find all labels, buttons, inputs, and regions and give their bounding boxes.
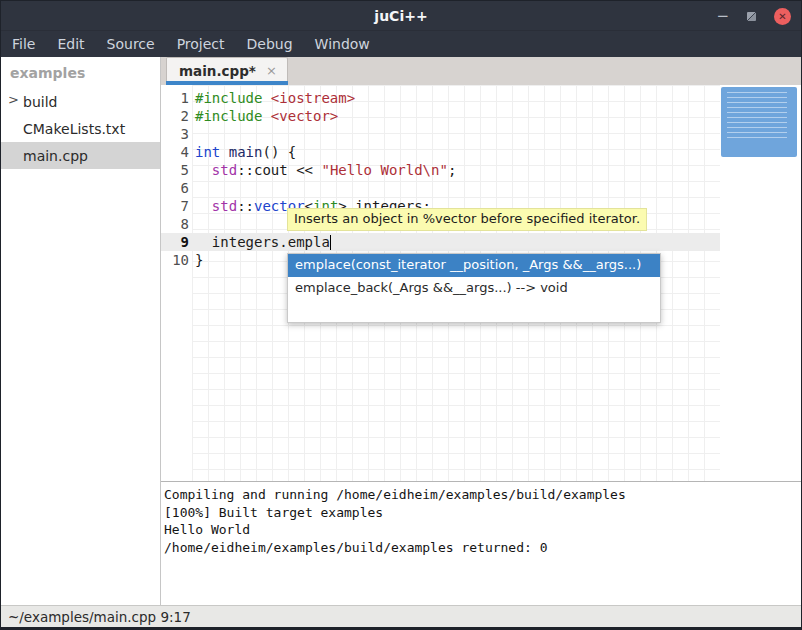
scrollbar-minimap[interactable] [721, 87, 797, 157]
editor-pane: main.cpp* × 12345678910 #include <iostre… [161, 57, 801, 605]
line-number: 8 [161, 215, 189, 233]
tab-label: main.cpp* [179, 63, 256, 79]
project-name-label: examples [1, 57, 160, 88]
tab-main-cpp[interactable]: main.cpp* × [166, 57, 288, 85]
file-tree: >buildCMakeLists.txtmain.cpp [1, 88, 160, 169]
tree-item-build[interactable]: >build [1, 88, 160, 115]
restore-button-icon[interactable] [747, 12, 756, 21]
tree-item-cmakelists-txt[interactable]: CMakeLists.txt [1, 115, 160, 142]
window-controls: − ✕ [716, 1, 791, 31]
line-number-gutter: 12345678910 [161, 89, 189, 269]
line-number: 9 [161, 233, 189, 251]
tree-item-main-cpp[interactable]: main.cpp [1, 142, 160, 169]
tab-bar: main.cpp* × [161, 57, 801, 85]
menu-item-file[interactable]: File [1, 31, 46, 57]
text-cursor [330, 235, 331, 250]
code-text[interactable]: #include <iostream>#include <vector>int … [192, 89, 456, 269]
code-line: #include <iostream> [192, 89, 456, 107]
tree-item-label: CMakeLists.txt [1, 121, 125, 137]
terminal-line: Compiling and running /home/eidheim/exam… [164, 486, 801, 504]
menu-item-project[interactable]: Project [166, 31, 236, 57]
line-number: 6 [161, 179, 189, 197]
app-window: juCi++ − ✕ FileEditSourceProjectDebugWin… [0, 0, 802, 630]
window-title: juCi++ [374, 8, 427, 24]
code-line [192, 125, 456, 143]
tree-item-label: main.cpp [1, 148, 88, 164]
line-number: 2 [161, 107, 189, 125]
line-number: 4 [161, 143, 189, 161]
code-editor[interactable]: 12345678910 #include <iostream>#include … [161, 85, 801, 481]
menubar: FileEditSourceProjectDebugWindow [1, 31, 801, 57]
line-number: 5 [161, 161, 189, 179]
completion-popup: emplace(const_iterator __position, _Args… [287, 253, 661, 323]
code-line: integers.empla [192, 233, 456, 251]
menu-item-edit[interactable]: Edit [46, 31, 95, 57]
tab-close-icon[interactable]: × [266, 64, 277, 77]
terminal-line: Hello World [164, 521, 801, 539]
main-content: examples >buildCMakeLists.txtmain.cpp ma… [1, 57, 801, 605]
status-bar: ~/examples/main.cpp 9:17 [1, 605, 801, 627]
code-line: #include <vector> [192, 107, 456, 125]
file-tree-sidebar: examples >buildCMakeLists.txtmain.cpp [1, 57, 161, 605]
completion-item[interactable]: emplace(const_iterator __position, _Args… [288, 254, 660, 277]
line-number: 1 [161, 89, 189, 107]
line-number: 3 [161, 125, 189, 143]
terminal-line: /home/eidheim/examples/build/examples re… [164, 539, 801, 557]
terminal-line: [100%] Built target examples [164, 504, 801, 522]
build-output-terminal[interactable]: Compiling and running /home/eidheim/exam… [161, 481, 801, 605]
menu-item-debug[interactable]: Debug [236, 31, 304, 57]
close-button-icon[interactable]: ✕ [774, 8, 791, 25]
code-line [192, 179, 456, 197]
titlebar[interactable]: juCi++ − ✕ [1, 1, 801, 31]
menu-item-source[interactable]: Source [96, 31, 166, 57]
minimize-button-icon[interactable]: − [716, 11, 729, 21]
code-line: int main() { [192, 143, 456, 161]
completion-item[interactable]: emplace_back(_Args &&__args...) --> void [288, 277, 660, 300]
menu-item-window[interactable]: Window [304, 31, 381, 57]
chevron-right-icon[interactable]: > [8, 92, 19, 107]
doc-tooltip: Inserts an object in %vector before spec… [287, 208, 647, 231]
line-number: 7 [161, 197, 189, 215]
code-line: std::cout << "Hello World\n"; [192, 161, 456, 179]
line-number: 10 [161, 251, 189, 269]
status-file-position: ~/examples/main.cpp 9:17 [8, 609, 191, 625]
